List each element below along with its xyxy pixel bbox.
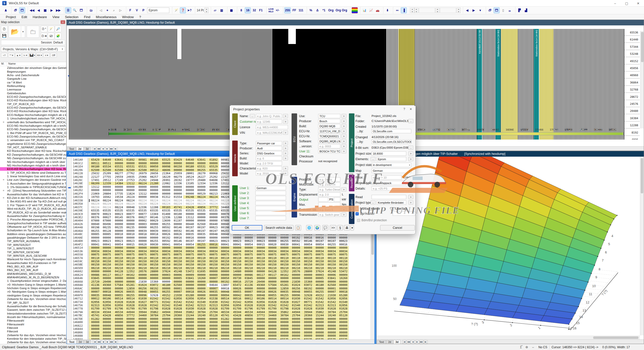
close-button[interactable]: ✕	[632, 0, 644, 7]
hex-cell[interactable]: 00000	[219, 168, 231, 172]
hex-cell[interactable]: 00110	[183, 256, 195, 260]
hex-cell[interactable]: 00210	[124, 267, 136, 270]
hex-cell[interactable]: 00023	[101, 212, 112, 216]
hex-cell[interactable]: 01024	[290, 283, 302, 287]
hex-cell[interactable]: 00000	[195, 287, 207, 290]
hex-cell[interactable]: 65472	[231, 283, 243, 287]
hexdump-nav-2[interactable]: ◀	[101, 340, 105, 344]
hex-cell[interactable]: 00000	[337, 331, 349, 334]
hex-cell[interactable]: 00150	[148, 260, 160, 263]
hex-cell[interactable]: 65535	[219, 209, 231, 212]
hex-cell[interactable]: 02056	[89, 300, 101, 304]
map3d-tab-2d[interactable]: 2d	[386, 340, 393, 344]
hex-cell[interactable]: 00255	[195, 243, 207, 246]
hexdump-nav-5[interactable]: ▶|	[114, 340, 118, 344]
hex-cell[interactable]: 00054	[183, 243, 195, 246]
hex-cell[interactable]: 00000	[302, 273, 313, 277]
hex-cell[interactable]: 00094	[219, 294, 231, 297]
map-list-item[interactable]: ECO-KD Rückschaltungen über KD bzw. Rück…	[0, 167, 66, 171]
hex-cell[interactable]: 00255	[89, 229, 101, 233]
hex-cell[interactable]: 00000	[243, 338, 254, 339]
hex-cell[interactable]: 00000	[160, 321, 172, 324]
reseller-type-more[interactable]: >	[408, 181, 413, 185]
hex-cell[interactable]: 00592	[290, 239, 302, 243]
hex-cell[interactable]: 08257	[148, 175, 160, 179]
bdm-bsl-checkbox[interactable]: ✓Bdm/Bsl protection	[357, 218, 387, 223]
hex-cell[interactable]: 08224	[124, 199, 136, 202]
hex-cell[interactable]: 00198	[219, 226, 231, 229]
hex-cell[interactable]: 00592	[160, 239, 172, 243]
hex-cell[interactable]: 00000	[254, 246, 266, 249]
map-list-item[interactable]: Zwangshochschaltverbot in TIP wieder auf…	[0, 221, 66, 225]
user-tag-field[interactable]	[393, 211, 415, 216]
hex-cell[interactable]: 00034	[101, 250, 112, 253]
vin-more-button[interactable]: >	[283, 130, 288, 135]
hex-cell[interactable]: 00000	[243, 270, 254, 273]
vehicle-field-0[interactable]: Passenger car	[256, 141, 282, 145]
hex-cell[interactable]: 00146	[302, 239, 313, 243]
map-list-item[interactable]: TIP_1_WINTERZEIT	[0, 247, 66, 250]
hex-cell[interactable]: 00000	[172, 185, 183, 189]
hex-cell[interactable]: 65535	[207, 168, 219, 172]
hex-cell[interactable]: 00000	[207, 216, 219, 219]
spi-marker-checkbox[interactable]: ✓Spi marker	[355, 211, 375, 216]
hex-cell[interactable]: 00771	[302, 300, 313, 304]
hex-cell[interactable]: 00075	[112, 253, 124, 256]
spinner[interactable]: ▲▼	[410, 8, 414, 13]
hex-cell[interactable]: 00000	[89, 246, 101, 249]
maximize-button[interactable]: ▢	[621, 0, 632, 7]
hex-cell[interactable]: 12339	[101, 182, 112, 185]
hex-cell[interactable]: 02500	[101, 168, 112, 172]
hex-cell[interactable]: 00041	[231, 243, 243, 246]
vehicle-field-6[interactable]: e.g. 2010	[256, 171, 282, 176]
hex-cell[interactable]: 00001	[325, 287, 337, 290]
hex-cell[interactable]: 01028	[124, 300, 136, 304]
hex-cell[interactable]: 00110	[337, 256, 349, 260]
menu-item-selection[interactable]: Selection	[62, 15, 81, 19]
hex-cell[interactable]: 00035	[207, 290, 219, 293]
hex-cell[interactable]: 00000	[195, 321, 207, 324]
hex-cell[interactable]: 00035	[278, 290, 290, 293]
memory-card-icon[interactable]: 🗖	[78, 7, 84, 13]
hex-cell[interactable]: 00000	[89, 321, 101, 324]
hex-cell[interactable]: 00086	[89, 273, 101, 277]
hex-cell[interactable]: 00210	[183, 267, 195, 270]
hex-cell[interactable]: 18220	[160, 175, 172, 179]
vehicle-field-4[interactable]: e.g. 2.0 TFSI	[256, 161, 282, 165]
map-list-item[interactable]: 1: Für 'Tippen in D' wird TIP_RUECK_KD_A…	[0, 203, 66, 207]
hex-cell[interactable]: 00529	[195, 192, 207, 195]
hex-cell[interactable]: 27753	[124, 179, 136, 182]
hex-cell[interactable]: 25202	[207, 175, 219, 179]
hex-cell[interactable]: 00000	[290, 317, 302, 321]
hex-cell[interactable]: 00000	[160, 317, 172, 321]
ecu-field-1[interactable]: Bosch	[318, 119, 340, 123]
hex-cell[interactable]: 46180	[313, 283, 325, 287]
hex-cell[interactable]: 00012	[89, 297, 101, 300]
hex-cell[interactable]: 00068	[207, 172, 219, 175]
hex-cell[interactable]: 49360	[101, 283, 112, 287]
hex-cell[interactable]: 01028	[302, 307, 313, 310]
map-list-item[interactable]: Auswahlschalter für die Berechung der Sc…	[0, 304, 66, 308]
elements-dots-button[interactable]: ...	[371, 157, 376, 161]
hex-cell[interactable]: 01028	[172, 307, 183, 310]
hex-cell[interactable]: 21930	[172, 294, 183, 297]
hex-cell[interactable]: 00000	[172, 189, 183, 192]
decimal-view-icon[interactable]: 255	[284, 7, 291, 13]
hex-cell[interactable]: 00117	[101, 273, 112, 277]
hex-cell[interactable]: 08224	[89, 199, 101, 202]
project-state-dropdown[interactable]: in development▾	[372, 163, 411, 167]
hex-cell[interactable]: 00075	[195, 253, 207, 256]
bits-16-icon[interactable]: 16	[245, 7, 251, 13]
hex-cell[interactable]: 00075	[325, 253, 337, 256]
map-list-item[interactable]: ✳KD-Zeit in der KD-Schaltwunsch-Abbruch …	[0, 196, 66, 200]
map-language-dropdown[interactable]: German▾	[372, 168, 411, 173]
hex-cell[interactable]: 05120	[337, 314, 349, 317]
hex-cell[interactable]: 00197	[195, 226, 207, 229]
hex-cell[interactable]: 00034	[337, 250, 349, 253]
hex-cell[interactable]: 00440	[183, 223, 195, 226]
hex-cell[interactable]: 00000	[136, 239, 148, 243]
hex-cell[interactable]: 00007	[243, 290, 254, 293]
hex-cell[interactable]: 00000	[101, 246, 112, 249]
map-filter-7[interactable]: Off	[50, 53, 57, 58]
hex-cell[interactable]: 00197	[183, 226, 195, 229]
